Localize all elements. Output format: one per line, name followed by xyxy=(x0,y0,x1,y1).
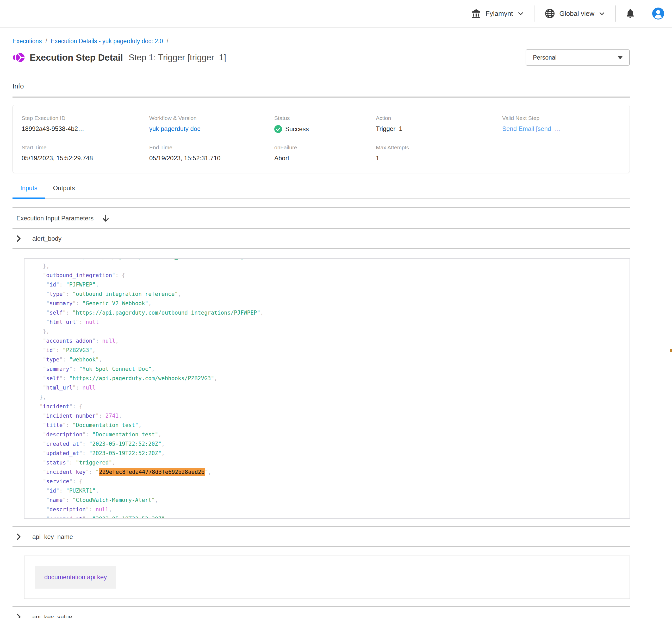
bank-icon xyxy=(471,8,481,19)
info-field-label: Start Time xyxy=(22,144,149,151)
breadcrumb-separator: / xyxy=(167,38,168,45)
info-field-value: Abort xyxy=(274,154,376,162)
param-row-api-key-name[interactable]: api_key_name xyxy=(12,527,630,546)
tab-bar: Inputs Outputs xyxy=(12,185,630,199)
param-label-api-key-name: api_key_name xyxy=(32,533,73,540)
success-check-icon xyxy=(274,125,282,133)
account-name: Fylamynt xyxy=(486,10,513,18)
breadcrumb-executions[interactable]: Executions xyxy=(12,38,42,45)
divider xyxy=(12,72,630,72)
info-field: End Time05/19/2023, 15:52:31.710 xyxy=(149,144,274,162)
page-title: Execution Step Detail xyxy=(30,52,123,63)
info-field-label: End Time xyxy=(149,144,274,151)
json-code: "self": "https://api.pagerduty.com/event… xyxy=(30,259,629,519)
info-field-label: Status xyxy=(274,115,376,121)
info-field-label: Step Execution ID xyxy=(22,115,149,121)
notifications-bell-icon[interactable] xyxy=(625,8,635,19)
divider xyxy=(12,97,630,98)
scope-select[interactable]: Personal xyxy=(526,49,630,66)
scrollbar-highlight-marker[interactable] xyxy=(670,349,672,352)
info-field: Workflow & Versionyuk pagerduty doc xyxy=(149,115,274,133)
header-separator xyxy=(534,5,534,22)
caret-down-icon xyxy=(617,56,623,59)
chevron-right-icon xyxy=(16,613,21,618)
info-card: Step Execution ID18992a43-9538-4b2…Workf… xyxy=(12,105,630,173)
param-label-alert-body: alert_body xyxy=(32,235,62,242)
workflow-logo-icon xyxy=(12,52,25,63)
param-label-api-key-value: api_key_value xyxy=(32,613,72,618)
api-key-name-card: documentation api key xyxy=(24,555,630,599)
tab-outputs[interactable]: Outputs xyxy=(45,185,83,198)
info-field-value: 05/19/2023, 15:52:31.710 xyxy=(149,154,274,162)
info-field: StatusSuccess xyxy=(274,115,376,133)
chevron-right-icon xyxy=(16,235,21,242)
info-field-value[interactable]: Send Email [send_… xyxy=(502,125,621,132)
header-separator xyxy=(615,5,616,22)
info-field: Start Time05/19/2023, 15:52:29.748 xyxy=(22,144,149,162)
account-switcher[interactable]: Fylamynt xyxy=(471,8,524,19)
breadcrumb: Executions / Execution Details - yuk pag… xyxy=(12,38,630,45)
info-field-label: Action xyxy=(376,115,502,121)
top-header: Fylamynt Global view xyxy=(0,0,672,28)
execution-input-parameters-header: Execution Input Parameters xyxy=(12,208,630,228)
alert-body-json-viewer: "self": "https://api.pagerduty.com/event… xyxy=(24,259,630,519)
info-field-value: Success xyxy=(274,125,376,133)
param-row-api-key-value[interactable]: api_key_value xyxy=(12,607,630,618)
globe-icon xyxy=(544,8,555,19)
execution-input-parameters-label: Execution Input Parameters xyxy=(16,215,93,222)
info-field-label: Valid Next Step xyxy=(502,115,621,121)
info-section-title: Info xyxy=(12,82,630,90)
arrow-down-icon[interactable] xyxy=(102,214,110,222)
info-field: Max Attempts1 xyxy=(376,144,502,162)
info-field-label: Workflow & Version xyxy=(149,115,274,121)
chevron-right-icon xyxy=(16,533,21,540)
info-field: Step Execution ID18992a43-9538-4b2… xyxy=(22,115,149,133)
main-content: Executions / Execution Details - yuk pag… xyxy=(0,38,672,618)
info-field-value: 1 xyxy=(376,154,502,162)
info-field: onFailureAbort xyxy=(274,144,376,162)
info-field: ActionTrigger_1 xyxy=(376,115,502,133)
info-field-value[interactable]: yuk pagerduty doc xyxy=(149,125,274,132)
api-key-name-chip: documentation api key xyxy=(35,566,116,589)
tab-inputs[interactable]: Inputs xyxy=(12,185,45,198)
info-field-label: onFailure xyxy=(274,144,376,151)
breadcrumb-separator: / xyxy=(46,38,47,45)
user-avatar[interactable] xyxy=(652,8,664,19)
divider xyxy=(12,546,630,547)
info-field: Valid Next StepSend Email [send_… xyxy=(502,115,621,133)
chevron-down-icon xyxy=(517,10,524,17)
info-field xyxy=(502,144,621,162)
divider xyxy=(12,248,630,249)
title-row: Execution Step Detail Step 1: Trigger [t… xyxy=(12,49,630,66)
param-row-alert-body[interactable]: alert_body xyxy=(12,229,630,248)
chevron-down-icon xyxy=(599,10,605,17)
breadcrumb-execution-details[interactable]: Execution Details - yuk pagerduty doc: 2… xyxy=(51,38,163,45)
view-switcher[interactable]: Global view xyxy=(544,8,605,19)
info-field-value: Trigger_1 xyxy=(376,125,502,132)
info-field-value: 05/19/2023, 15:52:29.748 xyxy=(22,154,149,162)
info-field-label: Max Attempts xyxy=(376,144,502,151)
page-subtitle: Step 1: Trigger [trigger_1] xyxy=(129,53,226,63)
info-field-value: 18992a43-9538-4b2… xyxy=(22,125,149,132)
view-name: Global view xyxy=(560,10,594,18)
scope-select-value: Personal xyxy=(533,54,557,61)
